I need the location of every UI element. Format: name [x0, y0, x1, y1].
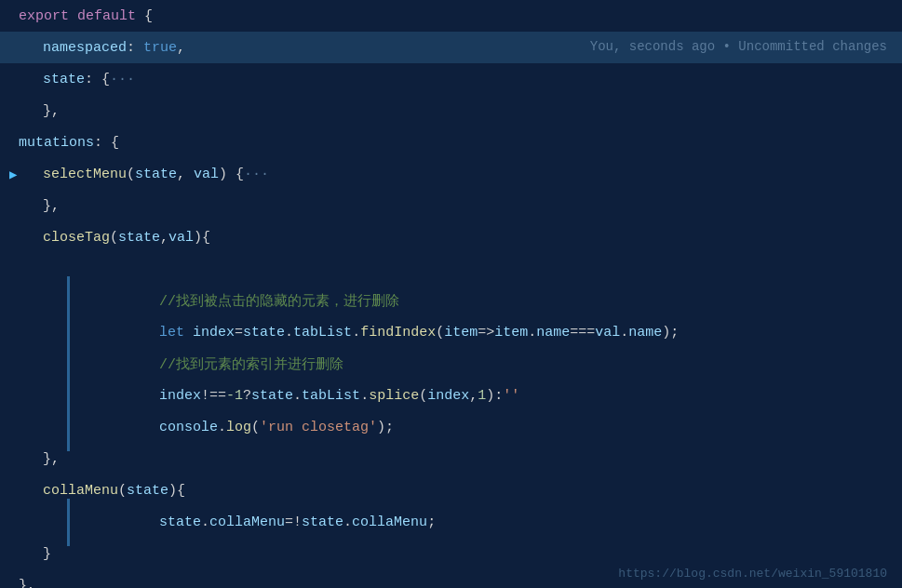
code-line-5: mutations: {: [0, 127, 902, 158]
watermark: https://blog.csdn.net/weixin_59101810: [618, 567, 887, 581]
code-line-6: ▶ selectMenu(state, val) {···: [0, 158, 902, 190]
code-line-18: }: [0, 538, 902, 569]
code-line-3: state: {···: [0, 63, 902, 95]
code-editor: export default { namespaced: true, You, …: [0, 0, 902, 588]
code-lines: export default { namespaced: true, You, …: [0, 0, 902, 588]
code-line-7: },: [0, 190, 902, 221]
code-line-4: },: [0, 95, 902, 127]
code-line-2: namespaced: true, You, seconds ago • Unc…: [0, 32, 902, 63]
code-line-17: state.collaMenu=!state.collaMenu;: [0, 506, 902, 538]
code-line-15: },: [0, 443, 902, 474]
code-line-1: export default {: [0, 0, 902, 32]
git-blame-info: You, seconds ago • Uncommitted changes: [590, 39, 887, 54]
code-line-8: closeTag(state,val){: [0, 221, 902, 253]
code-line-14: console.log('run closetag');: [0, 411, 902, 443]
